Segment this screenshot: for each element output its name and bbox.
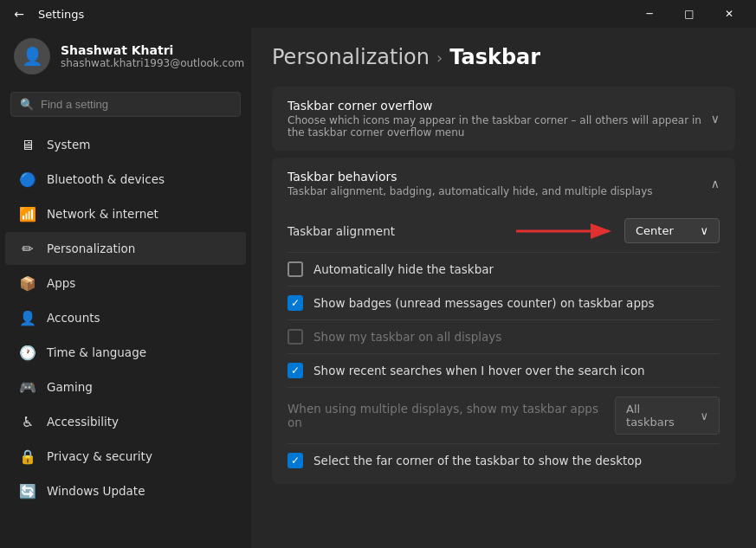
breadcrumb: Personalization › Taskbar <box>272 45 735 69</box>
titlebar-left: ← Settings <box>7 2 84 26</box>
accessibility-icon: ♿ <box>19 413 36 430</box>
accounts-icon: 👤 <box>19 309 36 326</box>
breadcrumb-separator: › <box>436 48 443 67</box>
system-icon: 🖥 <box>19 136 36 153</box>
maximize-icon: □ <box>684 8 694 20</box>
sidebar-item-label: Personalization <box>47 242 135 255</box>
section-title: Taskbar behaviors <box>288 170 653 184</box>
main-layout: 👤 Shashwat Khatri shashwat.khatri1993@ou… <box>0 28 756 548</box>
sidebar-item-update[interactable]: 🔄 Windows Update <box>5 474 246 507</box>
breadcrumb-current: Taskbar <box>449 45 540 69</box>
taskbar-behaviors-header[interactable]: Taskbar behaviors Taskbar alignment, bad… <box>272 158 735 210</box>
window-controls: ─ □ ✕ <box>630 0 749 28</box>
show-badges-label: Show badges (unread messages counter) on… <box>313 296 655 310</box>
sidebar-item-label: System <box>47 138 90 152</box>
show-badges-row: Show badges (unread messages counter) on… <box>288 286 720 319</box>
sidebar-item-label: Apps <box>47 276 75 290</box>
dropdown-value: Center <box>636 224 674 237</box>
user-profile: 👤 Shashwat Khatri shashwat.khatri1993@ou… <box>0 28 251 88</box>
taskbar-corner-overflow-section: Taskbar corner overflow Choose which ico… <box>272 87 735 151</box>
sidebar-item-label: Bluetooth & devices <box>47 172 165 186</box>
far-corner-row: Select the far corner of the taskbar to … <box>288 443 720 477</box>
sidebar: 👤 Shashwat Khatri shashwat.khatri1993@ou… <box>0 28 251 548</box>
sidebar-item-privacy[interactable]: 🔒 Privacy & security <box>5 440 246 473</box>
recent-searches-label: Show recent searches when I hover over t… <box>313 364 645 377</box>
far-corner-label: Select the far corner of the taskbar to … <box>313 454 642 467</box>
taskbar-behaviors-content: Taskbar alignment Center <box>272 210 735 484</box>
bluetooth-icon: 🔵 <box>19 171 36 188</box>
content-area: Personalization › Taskbar Taskbar corner… <box>251 28 756 548</box>
network-icon: 📶 <box>19 205 36 222</box>
close-icon: ✕ <box>725 8 733 20</box>
sidebar-item-bluetooth[interactable]: 🔵 Bluetooth & devices <box>5 163 246 196</box>
taskbar-alignment-row: Taskbar alignment Center <box>288 210 720 252</box>
user-email: shashwat.khatri1993@outlook.com <box>61 57 244 69</box>
section-subtitle: Taskbar alignment, badging, automaticall… <box>288 185 653 197</box>
multiple-displays-row: When using multiple displays, show my ta… <box>288 387 720 443</box>
sidebar-item-label: Accounts <box>47 311 100 325</box>
gaming-icon: 🎮 <box>19 378 36 396</box>
taskbar-alignment-label: Taskbar alignment <box>288 224 395 238</box>
search-container: 🔍 <box>0 88 251 127</box>
breadcrumb-parent: Personalization <box>272 45 430 69</box>
taskbar-alignment-dropdown[interactable]: Center ∨ <box>624 218 720 243</box>
sidebar-item-personalization[interactable]: ✏️ Personalization <box>5 232 246 265</box>
search-box[interactable]: 🔍 <box>10 92 241 117</box>
personalization-icon: ✏️ <box>19 240 36 257</box>
sidebar-item-time[interactable]: 🕐 Time & language <box>5 336 246 369</box>
sidebar-item-accessibility[interactable]: ♿ Accessibility <box>5 405 246 438</box>
maximize-button[interactable]: □ <box>669 0 709 28</box>
red-arrow-annotation <box>512 219 624 243</box>
far-corner-checkbox[interactable] <box>288 453 303 468</box>
all-displays-row: Show my taskbar on all displays <box>288 319 720 353</box>
chevron-up-icon: ∧ <box>711 177 720 190</box>
avatar: 👤 <box>14 38 50 74</box>
user-info: Shashwat Khatri shashwat.khatri1993@outl… <box>61 43 244 69</box>
sidebar-item-system[interactable]: 🖥 System <box>5 128 246 161</box>
sidebar-item-accounts[interactable]: 👤 Accounts <box>5 301 246 334</box>
chevron-down-icon: ∨ <box>700 224 708 237</box>
sidebar-item-label: Time & language <box>47 345 146 359</box>
search-input[interactable] <box>41 98 231 111</box>
app-title: Settings <box>38 8 84 21</box>
sidebar-item-label: Network & internet <box>47 207 158 221</box>
chevron-down-icon: ∨ <box>700 409 708 422</box>
titlebar: ← Settings ─ □ ✕ <box>0 0 756 28</box>
section-header-text: Taskbar behaviors Taskbar alignment, bad… <box>288 170 653 197</box>
update-icon: 🔄 <box>19 482 36 500</box>
back-icon: ← <box>14 7 24 21</box>
sidebar-item-label: Gaming <box>47 380 93 394</box>
time-icon: 🕐 <box>19 344 36 361</box>
show-badges-checkbox[interactable] <box>288 295 303 311</box>
close-button[interactable]: ✕ <box>709 0 749 28</box>
apps-icon: 📦 <box>19 274 36 292</box>
taskbar-behaviors-section: Taskbar behaviors Taskbar alignment, bad… <box>272 158 735 484</box>
recent-searches-row: Show recent searches when I hover over t… <box>288 353 720 387</box>
auto-hide-row: Automatically hide the taskbar <box>288 252 720 286</box>
sidebar-item-label: Windows Update <box>47 484 145 498</box>
privacy-icon: 🔒 <box>19 448 36 465</box>
sidebar-item-gaming[interactable]: 🎮 Gaming <box>5 371 246 403</box>
back-button[interactable]: ← <box>7 2 31 26</box>
sidebar-item-label: Privacy & security <box>47 449 152 463</box>
dropdown-value: All taskbars <box>626 403 691 429</box>
section-header-text: Taskbar corner overflow Choose which ico… <box>288 99 711 139</box>
multiple-displays-dropdown[interactable]: All taskbars ∨ <box>615 396 720 435</box>
sidebar-item-apps[interactable]: 📦 Apps <box>5 267 246 300</box>
minimize-button[interactable]: ─ <box>630 0 669 28</box>
sidebar-item-network[interactable]: 📶 Network & internet <box>5 197 246 230</box>
search-icon: 🔍 <box>20 98 34 111</box>
user-name: Shashwat Khatri <box>61 43 244 57</box>
minimize-icon: ─ <box>646 8 652 20</box>
auto-hide-checkbox[interactable] <box>288 261 303 277</box>
sidebar-item-label: Accessibility <box>47 415 119 429</box>
multiple-displays-label: When using multiple displays, show my ta… <box>288 402 615 429</box>
section-title: Taskbar corner overflow <box>288 99 711 113</box>
all-displays-checkbox[interactable] <box>288 329 303 345</box>
all-displays-label: Show my taskbar on all displays <box>313 330 501 344</box>
section-subtitle: Choose which icons may appear in the tas… <box>288 114 711 139</box>
taskbar-corner-overflow-header[interactable]: Taskbar corner overflow Choose which ico… <box>272 87 735 151</box>
auto-hide-label: Automatically hide the taskbar <box>313 262 494 276</box>
recent-searches-checkbox[interactable] <box>288 363 303 378</box>
chevron-down-icon: ∨ <box>711 112 720 126</box>
